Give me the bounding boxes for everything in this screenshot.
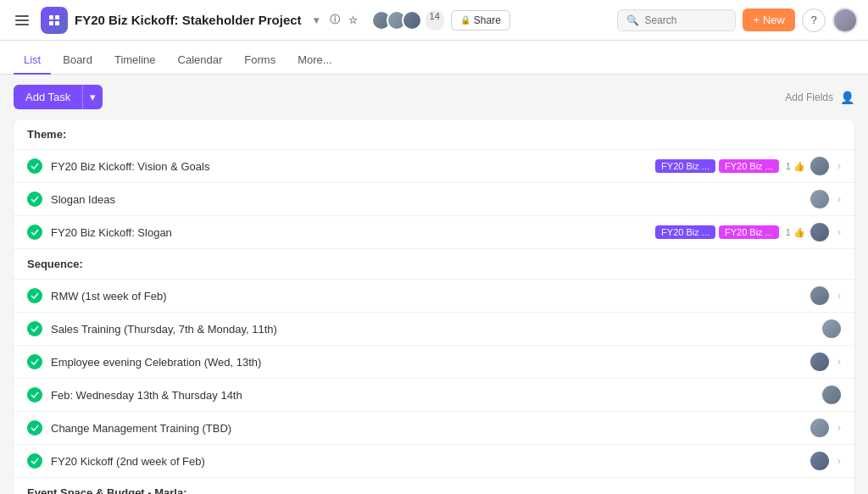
complete-icon [27, 354, 42, 369]
project-title-text: FY20 Biz Kickoff: Stakeholder Project [75, 13, 302, 27]
complete-icon [27, 387, 42, 402]
tab-forms[interactable]: Forms [234, 47, 286, 75]
section-sequence: Sequence: [14, 249, 854, 280]
task-name: Sales Training (Thursday, 7th & Monday, … [51, 323, 822, 336]
like-count: 1 👍 [786, 161, 805, 172]
section-theme: Theme: [14, 119, 854, 150]
section-event-space: Event Space & Budget - Marla: [14, 478, 854, 494]
dropdown-arrow-icon[interactable]: ▾ [309, 13, 324, 28]
app-icon [41, 7, 68, 34]
tag[interactable]: FY20 Biz ... [719, 225, 779, 239]
tab-calendar[interactable]: Calendar [168, 47, 233, 75]
task-avatar [810, 352, 829, 371]
chevron-right-icon[interactable]: › [837, 160, 841, 172]
top-bar: FY20 Biz Kickoff: Stakeholder Project ▾ … [0, 0, 868, 41]
tab-list[interactable]: List [14, 47, 51, 75]
manage-fields-icon[interactable]: 👤 [840, 91, 854, 104]
task-avatar [810, 452, 829, 470]
table-row: Change Management Training (TBD) › [14, 412, 854, 445]
add-task-dropdown-button[interactable]: ▾ [82, 85, 103, 109]
table-row: RMW (1st week of Feb) › [14, 280, 854, 313]
chevron-right-icon[interactable]: › [837, 356, 841, 368]
svg-rect-1 [55, 15, 59, 19]
nav-tabs: List Board Timeline Calendar Forms More.… [0, 41, 868, 75]
section-event-space-title: Event Space & Budget - Marla: [27, 486, 187, 494]
avatar [402, 10, 422, 31]
lock-icon: 🔒 [460, 15, 470, 25]
new-button[interactable]: + New [743, 8, 795, 31]
task-name: Change Management Training (TBD) [51, 422, 810, 435]
search-input[interactable] [644, 14, 726, 26]
table-row: FY20 Kickoff (2nd week of Feb) › [14, 445, 854, 478]
user-avatar[interactable] [832, 8, 858, 33]
top-bar-right: 🔍 + New ? [617, 8, 858, 33]
task-avatar [810, 157, 829, 175]
task-name: Feb: Wednesday 13th & Thursday 14th [51, 389, 822, 402]
task-meta: › [810, 286, 841, 305]
chevron-right-icon[interactable]: › [837, 226, 841, 238]
chevron-right-icon[interactable]: › [837, 290, 841, 302]
star-icon[interactable]: ☆ [346, 13, 361, 28]
task-meta: › [810, 190, 841, 208]
task-avatar [810, 223, 829, 241]
toolbar-right: Add Fields 👤 [785, 91, 854, 104]
info-icon[interactable]: ⓘ [327, 13, 342, 28]
add-task-button[interactable]: Add Task [14, 85, 82, 109]
chevron-right-icon[interactable]: › [837, 422, 841, 434]
share-label: Share [474, 14, 501, 26]
search-bar[interactable]: 🔍 [617, 9, 736, 31]
task-name: FY20 Kickoff (2nd week of Feb) [51, 455, 810, 468]
task-meta [822, 319, 841, 338]
table-row: FY20 Biz Kickoff: Slogan FY20 Biz ... FY… [14, 216, 854, 249]
task-name: FY20 Biz Kickoff: Vision & Goals [51, 160, 655, 173]
task-avatar [810, 286, 829, 305]
tab-timeline[interactable]: Timeline [104, 47, 166, 75]
task-meta: 1 👍 › [786, 157, 841, 175]
task-avatar [822, 319, 841, 338]
task-tags: FY20 Biz ... FY20 Biz ... [655, 159, 779, 173]
add-task-wrap: Add Task ▾ [14, 85, 103, 109]
task-name: Slogan Ideas [51, 193, 804, 206]
add-fields-link[interactable]: Add Fields [785, 92, 833, 103]
task-meta: › [810, 452, 841, 470]
tag[interactable]: FY20 Biz ... [719, 159, 779, 173]
complete-icon [27, 288, 42, 303]
toolbar: Add Task ▾ Add Fields 👤 [14, 85, 854, 109]
help-icon: ? [810, 14, 816, 26]
table-row: Sales Training (Thursday, 7th & Monday, … [14, 313, 854, 346]
share-button[interactable]: 🔒 Share [451, 10, 510, 31]
new-label: New [763, 14, 785, 26]
section-sequence-title: Sequence: [27, 258, 83, 270]
svg-rect-3 [55, 21, 59, 25]
table-row: Slogan Ideas › [14, 183, 854, 216]
complete-icon [27, 158, 42, 174]
help-button[interactable]: ? [802, 8, 826, 32]
tab-more[interactable]: More... [287, 47, 342, 75]
complete-icon [27, 191, 42, 207]
table-row: Feb: Wednesday 13th & Thursday 14th [14, 379, 854, 412]
tag[interactable]: FY20 Biz ... [655, 159, 715, 173]
search-icon: 🔍 [626, 14, 639, 26]
tab-board[interactable]: Board [53, 47, 103, 75]
task-meta: › [810, 419, 841, 437]
task-name: Employee evening Celebration (Wed, 13th) [51, 356, 810, 369]
task-meta [822, 386, 841, 404]
table-row: Employee evening Celebration (Wed, 13th)… [14, 346, 854, 379]
task-meta: › [810, 352, 841, 371]
main-content: Add Task ▾ Add Fields 👤 Theme: FY20 Biz … [0, 75, 868, 494]
task-avatar [822, 386, 841, 404]
task-meta: 1 👍 › [786, 223, 841, 241]
complete-icon [27, 321, 42, 336]
task-name: FY20 Biz Kickoff: Slogan [51, 226, 655, 239]
hamburger-menu[interactable] [10, 10, 34, 31]
project-title: FY20 Biz Kickoff: Stakeholder Project ▾ … [75, 13, 361, 28]
task-avatar [810, 190, 829, 208]
like-count: 1 👍 [786, 227, 805, 238]
tag[interactable]: FY20 Biz ... [655, 225, 715, 239]
svg-rect-2 [49, 21, 53, 25]
chevron-right-icon[interactable]: › [837, 455, 841, 467]
complete-icon [27, 225, 42, 240]
section-theme-title: Theme: [27, 128, 66, 141]
chevron-right-icon[interactable]: › [837, 193, 841, 205]
new-plus-icon: + [753, 14, 760, 26]
